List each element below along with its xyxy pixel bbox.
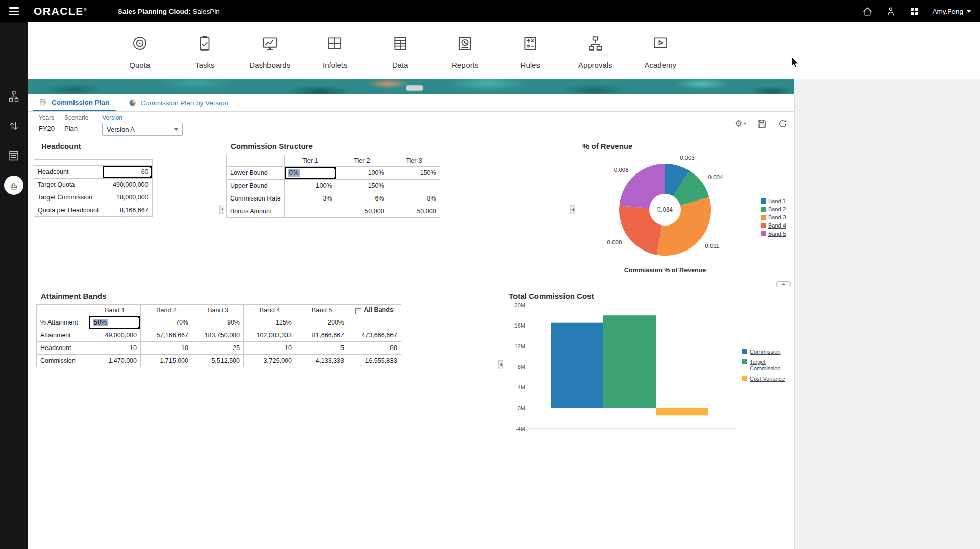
legend-item[interactable]: Band 5 bbox=[761, 231, 786, 237]
grid-cell[interactable]: 10 bbox=[141, 342, 192, 355]
row-label[interactable]: Lower Bound bbox=[227, 167, 285, 180]
row-label[interactable]: Upper Bound bbox=[227, 180, 285, 192]
column-header[interactable]: Band 1 bbox=[89, 305, 141, 316]
grid-cell[interactable]: 50,000 bbox=[336, 205, 388, 218]
splitter-toggle[interactable] bbox=[219, 205, 224, 214]
grid-cell[interactable]: 100% bbox=[284, 180, 336, 192]
row-label[interactable]: Attainment bbox=[37, 329, 89, 342]
grid-cell[interactable]: 490,000,000 bbox=[103, 179, 152, 191]
grid-cell[interactable]: 100% bbox=[336, 167, 388, 180]
grid-cell[interactable]: 6% bbox=[336, 192, 388, 205]
splitter-toggle[interactable] bbox=[570, 205, 575, 214]
nav-item-infolets[interactable]: Infolets bbox=[303, 22, 368, 79]
nav-item-academy[interactable]: Academy bbox=[628, 22, 693, 79]
grid-cell[interactable]: 25 bbox=[192, 342, 244, 355]
legend-item[interactable]: Band 4 bbox=[761, 222, 786, 229]
row-label[interactable]: Headcount bbox=[34, 166, 103, 179]
grid-cell[interactable]: 102,083,333 bbox=[244, 329, 296, 342]
grid-cell[interactable]: 10 bbox=[89, 342, 141, 355]
rail-import-export-button[interactable] bbox=[0, 111, 28, 141]
grid-cell[interactable]: 81,666,667 bbox=[296, 329, 348, 342]
grid-cell[interactable]: 50% bbox=[89, 316, 141, 329]
column-header[interactable]: Band 3 bbox=[192, 305, 244, 316]
column-header[interactable]: Band 4 bbox=[244, 305, 296, 316]
grid-cell[interactable]: 150% bbox=[388, 167, 440, 180]
grid-cell[interactable]: 49,000,000 bbox=[89, 329, 141, 342]
row-label[interactable]: Quota per Headcount bbox=[34, 204, 103, 217]
panel-collapse-button[interactable] bbox=[776, 281, 791, 287]
column-header[interactable]: Band 2 bbox=[141, 305, 192, 316]
row-label[interactable]: Bonus Amount bbox=[227, 205, 285, 218]
version-dropdown[interactable]: Version A bbox=[102, 123, 183, 136]
grid-cell[interactable]: 1,470,000 bbox=[89, 355, 141, 367]
pov-years[interactable]: Years FY20 bbox=[39, 114, 55, 132]
collapse-icon[interactable] bbox=[355, 308, 361, 314]
grid-cell[interactable]: 90% bbox=[192, 316, 244, 329]
nav-item-tasks[interactable]: Tasks bbox=[173, 22, 238, 79]
pov-version-label[interactable]: Version bbox=[102, 114, 183, 121]
legend-item[interactable]: Band 2 bbox=[761, 206, 786, 213]
grid-cell[interactable]: 60 bbox=[348, 342, 401, 355]
rail-forms-button[interactable] bbox=[0, 141, 28, 170]
bar-commission[interactable] bbox=[551, 323, 603, 408]
tab-commission-plan-by-version[interactable]: Commission Plan by Version bbox=[121, 94, 235, 111]
legend-item[interactable]: Commission bbox=[742, 348, 787, 355]
column-header[interactable]: Tier 3 bbox=[388, 155, 440, 167]
grid-cell[interactable] bbox=[388, 180, 440, 192]
grid-cell[interactable]: 4,133,333 bbox=[296, 355, 348, 367]
nav-item-approvals[interactable]: Approvals bbox=[563, 22, 628, 79]
refresh-button[interactable] bbox=[772, 112, 793, 136]
nav-item-quota[interactable]: Quota bbox=[107, 22, 173, 79]
row-label[interactable]: Commission bbox=[37, 355, 89, 367]
navigator-apps-icon[interactable] bbox=[909, 6, 920, 17]
grid-cell[interactable]: 18,000,000 bbox=[103, 191, 152, 204]
grid-cell[interactable]: 0% bbox=[284, 167, 336, 180]
user-menu[interactable]: Amy.Feng bbox=[932, 8, 971, 15]
commission-revenue-link[interactable]: Commission % of Revenue bbox=[604, 267, 726, 274]
grid-cell[interactable]: 183,750,000 bbox=[192, 329, 244, 342]
grid-cell[interactable] bbox=[284, 205, 336, 218]
grid-cell[interactable]: 150% bbox=[336, 180, 388, 192]
row-label[interactable]: Headcount bbox=[37, 342, 89, 355]
rail-hierarchy-button[interactable] bbox=[0, 82, 28, 111]
bar-target-commission[interactable] bbox=[603, 315, 656, 408]
grid-cell[interactable]: 50,000 bbox=[388, 205, 440, 218]
nav-item-data[interactable]: Data bbox=[368, 22, 433, 79]
grid-cell[interactable]: 1,715,000 bbox=[141, 355, 192, 367]
grid-cell[interactable]: 10 bbox=[244, 342, 296, 355]
tab-commission-plan[interactable]: Commission Plan bbox=[33, 94, 116, 111]
grid-cell[interactable]: 60 bbox=[103, 166, 152, 179]
pov-scenario[interactable]: Scenario Plan bbox=[64, 114, 88, 132]
hamburger-menu-icon[interactable] bbox=[0, 0, 28, 22]
accessibility-person-icon[interactable] bbox=[885, 6, 896, 17]
grid-cell[interactable] bbox=[348, 316, 401, 329]
row-label[interactable]: Target Quota bbox=[34, 179, 103, 191]
grid-cell[interactable]: 125% bbox=[244, 316, 296, 329]
legend-item[interactable]: Band 1 bbox=[761, 198, 786, 205]
grid-cell[interactable]: 70% bbox=[141, 316, 192, 329]
column-header[interactable]: Tier 2 bbox=[336, 155, 388, 167]
grid-cell[interactable]: 3,725,000 bbox=[244, 355, 296, 367]
row-label[interactable]: % Attainment bbox=[37, 316, 89, 329]
bar-cost-variance[interactable] bbox=[656, 408, 708, 416]
nav-item-reports[interactable]: Reports bbox=[433, 22, 498, 79]
row-label[interactable]: Target Commission bbox=[34, 191, 103, 204]
legend-item[interactable]: Cost Variance bbox=[742, 376, 787, 382]
column-header[interactable]: Tier 1 bbox=[284, 155, 336, 167]
row-label[interactable]: Commission Rate bbox=[227, 192, 285, 205]
grid-cell[interactable]: 5 bbox=[296, 342, 348, 355]
splitter-toggle[interactable] bbox=[498, 360, 503, 369]
settings-gear-button[interactable]: ⚙ bbox=[730, 112, 751, 136]
rail-approvals-stamp-button[interactable] bbox=[0, 170, 28, 200]
nav-item-dashboards[interactable]: Dashboards bbox=[237, 22, 303, 79]
legend-item[interactable]: Target Commission bbox=[742, 359, 787, 372]
nav-item-rules[interactable]: Rules bbox=[498, 22, 563, 79]
grid-cell[interactable]: 8,166,667 bbox=[103, 204, 152, 217]
grid-cell[interactable]: 5,512,500 bbox=[192, 355, 244, 367]
legend-item[interactable]: Band 3 bbox=[761, 214, 786, 221]
grid-cell[interactable]: 3% bbox=[284, 192, 336, 205]
grid-cell[interactable]: 57,166,667 bbox=[141, 329, 192, 342]
column-header-all-bands[interactable]: All Bands bbox=[348, 305, 401, 316]
grid-cell[interactable]: 8% bbox=[388, 192, 440, 205]
banner-resize-handle[interactable] bbox=[406, 85, 423, 91]
